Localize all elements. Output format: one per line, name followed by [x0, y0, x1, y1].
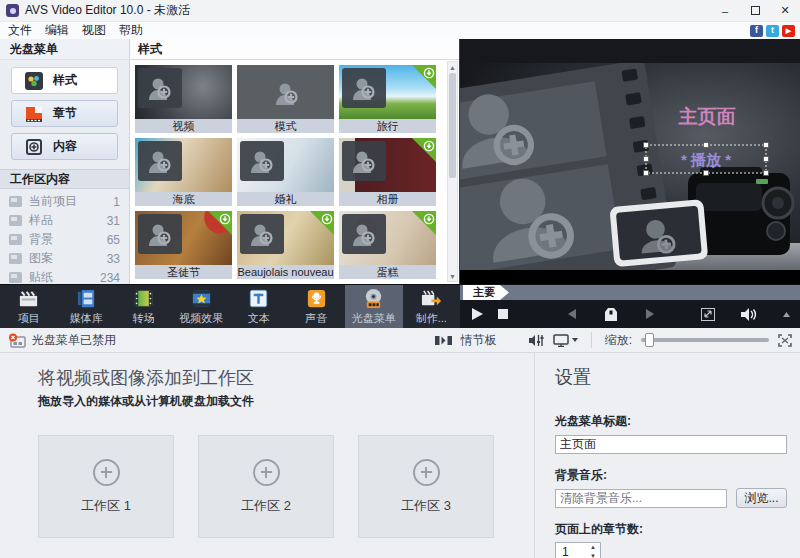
- style-thumbnail-image: [339, 211, 436, 265]
- add-media-icon: [253, 459, 280, 486]
- menu-title-text[interactable]: 主页面: [678, 106, 736, 127]
- style-thumbnail[interactable]: 圣徒节: [135, 211, 232, 279]
- tab-transitions[interactable]: 转场: [115, 285, 173, 328]
- chapters-count-stepper[interactable]: 1 ▲ ▼: [555, 542, 601, 558]
- style-thumbnail[interactable]: 海底: [135, 138, 232, 206]
- tab-projects[interactable]: 项目: [0, 285, 58, 328]
- microphone-icon: [305, 287, 328, 310]
- list-item[interactable]: 样品 31: [9, 211, 120, 230]
- list-item-label: 图案: [29, 250, 53, 267]
- volume-button[interactable]: [741, 308, 757, 321]
- twitter-icon[interactable]: t: [766, 25, 779, 37]
- maximize-button[interactable]: [740, 0, 770, 21]
- sidebar-button-label: 样式: [53, 72, 77, 89]
- menu-item[interactable]: 视图: [82, 22, 106, 39]
- list-item[interactable]: 背景 65: [9, 230, 120, 249]
- scroll-down-icon[interactable]: ▼: [448, 271, 457, 281]
- menu-item[interactable]: 编辑: [45, 22, 69, 39]
- style-thumbnail[interactable]: 模式: [237, 65, 334, 133]
- disc-menu-disabled-icon: [8, 333, 26, 348]
- workspace-drop-area[interactable]: 工作区 3: [358, 435, 494, 538]
- sidebar-button-label: 章节: [53, 105, 77, 122]
- breadcrumb-tab-main[interactable]: 主要: [463, 285, 509, 300]
- tab-produce[interactable]: 制作...: [403, 285, 461, 328]
- text-icon: [247, 287, 270, 310]
- chapters-icon: [25, 105, 43, 123]
- menu-bar: 文件编辑视图帮助 f t ▶: [0, 22, 800, 39]
- list-item-count: 1: [113, 195, 120, 209]
- browse-button[interactable]: 浏览...: [736, 488, 787, 508]
- style-thumbnail[interactable]: 蛋糕: [339, 211, 436, 279]
- workspace-drop-area[interactable]: 工作区 1: [38, 435, 174, 538]
- style-thumbnail-label: 视频: [135, 119, 232, 133]
- fit-to-screen-icon[interactable]: [778, 334, 792, 347]
- tab-text[interactable]: 文本: [230, 285, 288, 328]
- style-thumbnail[interactable]: Beaujolais nouveau: [237, 211, 334, 279]
- play-button-text[interactable]: * 播放 *: [681, 151, 731, 169]
- workspace-drop-area[interactable]: 工作区 2: [198, 435, 334, 538]
- tab-video-effects[interactable]: 视频效果: [173, 285, 231, 328]
- settings-heading: 设置: [555, 365, 788, 389]
- stop-button[interactable]: [498, 309, 508, 319]
- background-music-input[interactable]: [555, 489, 727, 508]
- disc-menu-icon: [362, 287, 385, 310]
- expand-controls-icon[interactable]: [783, 312, 790, 317]
- workspace-area-label: 工作区 3: [401, 497, 451, 515]
- style-thumbnail[interactable]: 视频: [135, 65, 232, 133]
- previous-frame-button[interactable]: [568, 309, 576, 319]
- style-thumbnails: 视频 模式: [130, 60, 459, 284]
- person-silhouette-icon: [342, 68, 386, 108]
- style-thumbnail-image: [135, 211, 232, 265]
- sidebar-button-styles[interactable]: 样式: [11, 67, 118, 94]
- tab-media-library[interactable]: 媒体库: [58, 285, 116, 328]
- menu-title-input[interactable]: [555, 435, 787, 454]
- play-button[interactable]: [470, 307, 484, 321]
- disabled-status-text: 光盘菜单已禁用: [32, 332, 116, 349]
- workspace-contents-list: 当前项目 1 样品 31 背景 65 图案: [0, 189, 129, 290]
- youtube-icon[interactable]: ▶: [782, 25, 795, 37]
- status-bar: 光盘菜单已禁用 情节板 缩放:: [0, 328, 800, 353]
- chapters-count-value: 1: [556, 543, 586, 558]
- style-thumbnail[interactable]: 旅行: [339, 65, 436, 133]
- person-silhouette-icon: [138, 68, 182, 108]
- list-item-label: 当前项目: [29, 193, 77, 210]
- scroll-up-icon[interactable]: ▲: [448, 62, 457, 72]
- zoom-slider[interactable]: [641, 338, 769, 342]
- stepper-up-icon[interactable]: ▲: [586, 543, 600, 552]
- list-item[interactable]: 当前项目 1: [9, 192, 120, 211]
- monitor-icon: [553, 334, 569, 347]
- next-frame-button[interactable]: [646, 309, 654, 319]
- sidebar-button-chapters[interactable]: 章节: [11, 100, 118, 127]
- tab-disc-menu[interactable]: 光盘菜单: [345, 285, 403, 328]
- folder-icon: [9, 196, 22, 207]
- close-button[interactable]: ✕: [770, 0, 800, 21]
- display-mode-dropdown[interactable]: [553, 334, 578, 347]
- fullscreen-button[interactable]: [701, 308, 715, 321]
- preview-bottom-strip: [460, 270, 800, 284]
- sidebar-button-label: 内容: [53, 138, 77, 155]
- list-item[interactable]: 图案 33: [9, 249, 120, 268]
- scrollbar-thumb[interactable]: [449, 73, 456, 178]
- style-thumbnail-label: 圣徒节: [135, 265, 232, 279]
- style-thumbnail[interactable]: 婚礼: [237, 138, 334, 206]
- tab-audio[interactable]: 声音: [288, 285, 346, 328]
- menu-item[interactable]: 文件: [8, 22, 32, 39]
- stepper-down-icon[interactable]: ▼: [586, 552, 600, 558]
- preview-screen[interactable]: 主页面 * 播放 *: [460, 63, 800, 270]
- tool-label: 视频效果: [179, 311, 223, 326]
- position-marker-icon[interactable]: [604, 307, 618, 322]
- style-thumbnail-label: 相册: [339, 192, 436, 206]
- person-silhouette-icon: [138, 141, 182, 181]
- workspace-areas: 工作区 1 工作区 2 工作区 3: [38, 435, 534, 538]
- facebook-icon[interactable]: f: [750, 25, 763, 37]
- zoom-slider-thumb[interactable]: [645, 333, 654, 347]
- gallery-scrollbar[interactable]: ▲ ▼: [447, 61, 458, 282]
- settings-panel: 设置 光盘菜单标题: 背景音乐: 浏览... 页面上的章节数: 1 ▲ ▼: [534, 353, 800, 558]
- storyboard-toggle[interactable]: 情节板: [461, 332, 497, 349]
- style-thumbnail[interactable]: 相册: [339, 138, 436, 206]
- sidebar-button-content[interactable]: 内容: [11, 133, 118, 160]
- person-silhouette-icon: [342, 141, 386, 181]
- styles-gallery: 样式 视频: [130, 39, 460, 284]
- menu-item[interactable]: 帮助: [119, 22, 143, 39]
- minimize-button[interactable]: –: [710, 0, 740, 21]
